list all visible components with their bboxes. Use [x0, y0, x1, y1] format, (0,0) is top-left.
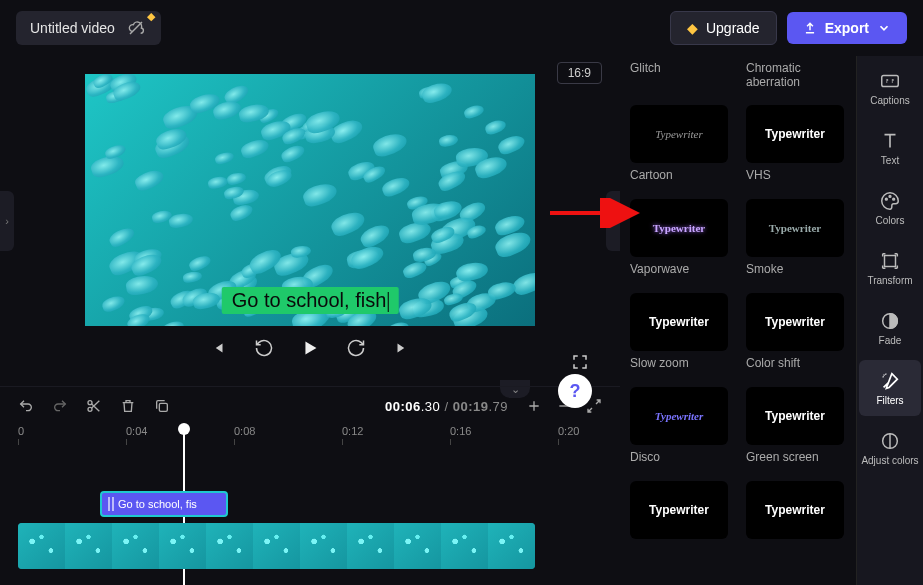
filter-label: Glitch [630, 61, 730, 76]
time-display: 00:06.30 / 00:19.79 [385, 399, 508, 414]
svg-point-7 [893, 198, 895, 200]
play-button[interactable] [298, 336, 322, 360]
duplicate-button[interactable] [154, 398, 170, 414]
fullscreen-button[interactable] [568, 350, 592, 374]
skip-forward-button[interactable] [390, 336, 414, 360]
svg-point-6 [889, 196, 891, 198]
ruler-tick: 0:08 [234, 425, 255, 437]
filter-label [746, 544, 846, 559]
upgrade-label: Upgrade [706, 20, 760, 36]
delete-button[interactable] [120, 398, 136, 414]
filter-thumb-slow-zoom[interactable]: Typewriter [630, 293, 728, 351]
filter-thumb-unnamed[interactable]: Typewriter [746, 481, 844, 539]
cloud-sync-icon: ◆ [125, 19, 147, 37]
forward-5s-button[interactable] [344, 336, 368, 360]
filter-thumb-green-screen[interactable]: Typewriter [746, 387, 844, 445]
aspect-ratio-button[interactable]: 16:9 [557, 62, 602, 84]
ruler-tick: 0:04 [126, 425, 147, 437]
filter-label: VHS [746, 168, 846, 183]
upgrade-button[interactable]: ◆ Upgrade [670, 11, 777, 45]
project-title-text: Untitled video [30, 20, 115, 36]
undo-button[interactable] [18, 398, 34, 414]
text-clip[interactable]: Go to school, fis [100, 491, 228, 517]
svg-point-5 [885, 198, 887, 200]
help-button[interactable]: ? [558, 374, 592, 408]
filter-thumb-color-shift[interactable]: Typewriter [746, 293, 844, 351]
playhead[interactable] [178, 423, 190, 435]
diamond-icon: ◆ [687, 20, 698, 36]
svg-line-0 [130, 22, 142, 34]
ruler-tick: 0:16 [450, 425, 471, 437]
rewind-5s-button[interactable] [252, 336, 276, 360]
filter-label: Slow zoom [630, 356, 730, 371]
rail-transform[interactable]: Transform [859, 240, 921, 296]
video-clip[interactable] [18, 523, 535, 569]
export-label: Export [825, 20, 869, 36]
filter-thumb-vhs[interactable]: Typewriter [746, 105, 844, 163]
redo-button[interactable] [52, 398, 68, 414]
filter-thumb-smoke[interactable]: Typewriter [746, 199, 844, 257]
rail-text[interactable]: Text [859, 120, 921, 176]
upload-icon [803, 21, 817, 35]
svg-point-2 [88, 407, 92, 411]
rail-fade[interactable]: Fade [859, 300, 921, 356]
filter-thumb-disco[interactable]: Typewriter [630, 387, 728, 445]
filter-thumb-vaporwave[interactable]: Typewriter [630, 199, 728, 257]
filter-label: Chromatic aberration [746, 61, 846, 89]
rail-filters[interactable]: Filters [859, 360, 921, 416]
premium-diamond-icon: ◆ [147, 10, 155, 23]
filter-thumb-unnamed[interactable]: Typewriter [630, 481, 728, 539]
zoom-in-button[interactable] [526, 398, 542, 414]
ruler-tick: 0:20 [558, 425, 579, 437]
svg-rect-4 [882, 76, 899, 87]
project-title[interactable]: Untitled video ◆ [16, 11, 161, 45]
rail-captions[interactable]: Captions [859, 60, 921, 116]
filter-label: Disco [630, 450, 730, 465]
filters-panel[interactable]: GlitchChromatic aberrationTypewriterCart… [620, 56, 856, 585]
filter-label: Smoke [746, 262, 846, 277]
ruler-tick: 0:12 [342, 425, 363, 437]
svg-rect-3 [159, 403, 167, 411]
chevron-down-icon [877, 21, 891, 35]
filter-label: Cartoon [630, 168, 730, 183]
collapse-right-panel[interactable]: › [606, 191, 620, 251]
video-preview[interactable]: Go to school, fish [85, 74, 535, 326]
filter-label: Green screen [746, 450, 846, 465]
rail-adjust-colors[interactable]: Adjust colors [859, 420, 921, 476]
timeline-ruler[interactable]: 00:040:080:120:160:20 [18, 425, 602, 449]
split-button[interactable] [86, 398, 102, 414]
ruler-tick: 0 [18, 425, 24, 437]
expand-left-panel[interactable]: › [0, 191, 14, 251]
text-clip-label: Go to school, fis [118, 498, 197, 510]
filter-thumb-cartoon[interactable]: Typewriter [630, 105, 728, 163]
caption-overlay[interactable]: Go to school, fish [222, 287, 399, 314]
rail-colors[interactable]: Colors [859, 180, 921, 236]
clip-handle-left[interactable] [108, 497, 114, 511]
filter-label: Color shift [746, 356, 846, 371]
filter-label: Vaporwave [630, 262, 730, 277]
svg-point-1 [88, 401, 92, 405]
skip-back-button[interactable] [206, 336, 230, 360]
filter-label [630, 544, 730, 559]
svg-rect-8 [885, 256, 896, 267]
export-button[interactable]: Export [787, 12, 907, 44]
